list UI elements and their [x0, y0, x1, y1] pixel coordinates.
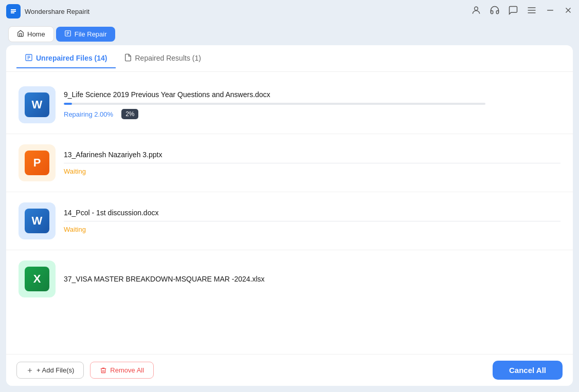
user-icon[interactable]: [471, 5, 481, 17]
nav-bar: Home File Repair: [0, 23, 579, 45]
title-bar: Wondershare Repairit: [0, 0, 579, 23]
list-item: P 13_Afarinesh Nazariyeh 3.pptx Waiting: [6, 134, 573, 192]
cancel-all-label: Cancel All: [509, 366, 546, 375]
file-name: 9_Life Science 2019 Previous Year Questi…: [64, 90, 560, 99]
file-repair-icon: [64, 30, 71, 39]
file-name: 37_VISA MASTER BREAKDOWN-MSQUARE MAR -20…: [64, 275, 560, 283]
word-icon: W: [25, 209, 49, 233]
file-status: Waiting: [64, 226, 560, 233]
svg-point-1: [475, 7, 478, 10]
minimize-icon[interactable]: [545, 5, 555, 17]
list-item: W 9_Life Science 2019 Previous Year Ques…: [6, 76, 573, 134]
file-name: 13_Afarinesh Nazariyeh 3.pptx: [64, 151, 560, 159]
bottom-bar: + Add File(s) Remove All Cancel All: [6, 354, 573, 386]
main-panel: Unrepaired Files (14) Repaired Results (…: [6, 45, 573, 386]
headset-icon[interactable]: [490, 5, 500, 17]
tab-unrepaired[interactable]: Unrepaired Files (14): [16, 49, 116, 68]
file-icon-wrapper: W: [19, 202, 56, 239]
bottom-left: + Add File(s) Remove All: [16, 362, 154, 379]
title-bar-left: Wondershare Repairit: [6, 4, 89, 18]
title-bar-controls: [471, 5, 573, 17]
separator: [64, 221, 560, 221]
chat-icon[interactable]: [508, 5, 518, 17]
home-label: Home: [27, 30, 45, 38]
add-files-button[interactable]: + Add File(s): [16, 362, 84, 379]
remove-all-label: Remove All: [110, 366, 144, 374]
menu-icon[interactable]: [527, 5, 537, 17]
file-info: 37_VISA MASTER BREAKDOWN-MSQUARE MAR -20…: [64, 275, 560, 283]
ppt-icon: P: [25, 151, 49, 175]
home-icon: [17, 30, 24, 39]
file-info: 13_Afarinesh Nazariyeh 3.pptx Waiting: [64, 151, 560, 175]
sub-tabs: Unrepaired Files (14) Repaired Results (…: [6, 45, 573, 72]
file-status: Repairing 2.00%: [64, 110, 113, 118]
file-icon-wrapper: X: [19, 260, 56, 297]
progress-bar: [64, 103, 72, 105]
app-name: Wondershare Repairit: [25, 8, 89, 15]
file-icon-wrapper: W: [19, 86, 56, 123]
close-icon[interactable]: [564, 6, 573, 17]
tab-home[interactable]: Home: [8, 26, 54, 42]
file-info: 14_Pcol - 1st discussion.docx Waiting: [64, 209, 560, 233]
progress-bar-container: [64, 103, 485, 105]
cancel-all-button[interactable]: Cancel All: [493, 361, 563, 380]
file-name: 14_Pcol - 1st discussion.docx: [64, 209, 560, 217]
excel-icon: X: [25, 267, 49, 291]
tab-repaired[interactable]: Repaired Results (1): [116, 49, 209, 68]
unrepaired-icon: [25, 53, 33, 63]
list-item: W 14_Pcol - 1st discussion.docx Waiting: [6, 192, 573, 250]
repaired-icon: [124, 53, 132, 63]
tab-file-repair[interactable]: File Repair: [56, 27, 115, 42]
file-list: W 9_Life Science 2019 Previous Year Ques…: [6, 72, 573, 354]
list-item: X 37_VISA MASTER BREAKDOWN-MSQUARE MAR -…: [6, 250, 573, 297]
repaired-label: Repaired Results (1): [135, 54, 201, 62]
file-status: Waiting: [64, 167, 560, 175]
unrepaired-label: Unrepaired Files (14): [36, 54, 107, 62]
add-files-label: + Add File(s): [37, 366, 74, 374]
file-icon-wrapper: P: [19, 144, 56, 181]
word-icon: W: [25, 92, 49, 117]
file-repair-label: File Repair: [75, 30, 107, 38]
progress-badge: 2%: [121, 109, 138, 119]
remove-all-button[interactable]: Remove All: [90, 362, 154, 379]
separator: [64, 163, 560, 163]
file-info: 9_Life Science 2019 Previous Year Questi…: [64, 90, 560, 119]
app-logo: [6, 4, 21, 18]
